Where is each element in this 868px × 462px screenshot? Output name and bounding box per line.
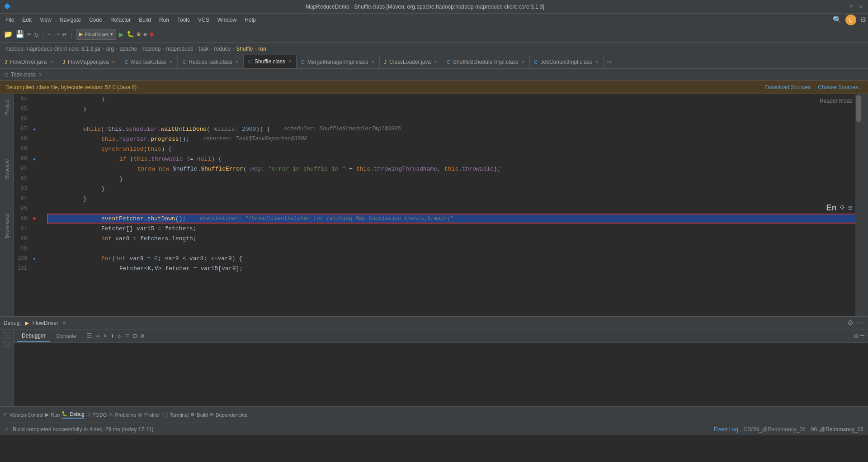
bottom-tab-build[interactable]: ⚙ Build [190,412,208,418]
menu-file[interactable]: File [2,16,18,24]
breadcrumb-org[interactable]: org [106,46,114,52]
breadcrumb-shuffle[interactable]: Shuffle [236,46,253,52]
minimize-button[interactable]: — [839,3,846,10]
run-config-selector[interactable]: ▶ FlowDriver ▾ [76,29,116,40]
back-button[interactable]: ← [48,30,52,38]
tab-close-flowmapper[interactable]: ✕ [112,59,115,64]
debug-step-into-icon[interactable]: ⬇ [103,332,107,340]
tab-jobcontext-class[interactable]: C JobContextImpl.class ✕ [530,55,604,68]
debug-sidebar-icon-1[interactable]: ⬛ [3,331,10,339]
debug-sidebar-icon-2[interactable]: ⬛ [3,341,10,348]
vertical-scrollbar[interactable] [855,94,862,316]
debug-step-out-icon[interactable]: ⬆ [111,332,114,340]
menu-build[interactable]: Build [135,16,155,24]
breadcrumb-task[interactable]: task [199,46,209,52]
menu-window[interactable]: Window [214,16,241,24]
tab-close-shuffle[interactable]: ✕ [288,59,292,64]
line-99-num: 99 [14,243,45,253]
tab-close-flowdriver[interactable]: ✕ [50,59,53,64]
breadcrumb-hadoop[interactable]: hadoop [143,46,161,52]
open-icon[interactable]: 📁 [4,30,13,39]
profile-button[interactable]: ◈ [143,30,147,38]
tab-shufflescheduler-class[interactable]: C ShuffleSchedulerImpl.class ✕ [442,55,529,68]
tab-close-shufflescheduler[interactable]: ✕ [521,59,525,64]
debug-session-close[interactable]: ✕ [62,320,66,326]
scrollbar-thumb[interactable] [856,95,861,122]
debug-restore-icon[interactable]: ⊟ [133,332,137,340]
more-tabs-button[interactable]: ⋯ [604,55,615,68]
breadcrumb-apache[interactable]: apache [119,46,137,52]
coverage-button[interactable]: ⊕ [137,30,141,38]
tab-flowmapper-java[interactable]: J FlowMapper.java ✕ [58,55,120,68]
bottom-tab-todo[interactable]: ☑ TODO [86,412,107,418]
debug-panel-hide[interactable]: — [860,332,864,341]
debug-run-button[interactable]: 🐛 [127,30,134,38]
stop-button[interactable]: ■ [150,31,153,38]
bottom-tab-vc[interactable]: ⊏ Version Control [4,412,43,418]
debug-panel-settings[interactable]: ⚙ [854,332,859,341]
bookmarks-label[interactable]: Bookmarks [3,210,10,242]
tab-debugger[interactable]: Debugger [17,331,50,342]
debug-settings-icon[interactable]: ⚙ [847,319,854,327]
menu-view[interactable]: View [36,16,55,24]
bottom-tab-terminal[interactable]: ⬛ Terminal [162,412,189,418]
line-95-num: 95 [14,204,45,214]
bottom-tab-problems[interactable]: ⚠ Problems [108,412,136,418]
tab-classloader-java[interactable]: J ClassLoader.java ✕ [380,55,443,68]
menu-refactor[interactable]: Refactor [107,16,134,24]
debug-evaluate-icon[interactable]: ≡ [126,333,129,340]
tab-close-mergemanager[interactable]: ✕ [371,59,375,64]
structure-label[interactable]: Structure [3,155,10,183]
tab-mergemanager-class[interactable]: C MergeManagerImpl.class ✕ [297,55,380,68]
tab-flowdriver-java[interactable]: J FlowDriver.java ✕ [0,55,58,68]
tab-close-jobcontext[interactable]: ✕ [595,59,599,64]
tab-reducetask-class[interactable]: C ReduceTask.class ✕ [178,55,244,68]
tab-close-classloader[interactable]: ✕ [434,59,437,64]
download-sources-link[interactable]: Download Sources [765,84,811,90]
breadcrumb-mapreduce[interactable]: mapreduce [166,46,193,52]
tab-maptask-class[interactable]: C MapTask.class ✕ [120,55,178,68]
bottom-tab-debug[interactable]: 🐛 Debug [61,411,84,419]
menu-vcs[interactable]: VCS [194,16,213,24]
bottom-tab-profiler[interactable]: ◎ Profiler [138,412,160,418]
menu-edit[interactable]: Edit [19,16,35,24]
debug-step-over-icon[interactable]: ⇒ [96,332,99,340]
menu-code[interactable]: Code [85,16,106,24]
debug-mute-icon[interactable]: ⊘ [140,332,144,340]
debug-minimize-icon[interactable]: — [857,319,864,327]
choose-sources-link[interactable]: Choose Sources... [818,84,863,90]
line-84-num: 84 [14,94,45,104]
tab-shuffle-class[interactable]: C Shuffle.class ✕ [244,55,297,68]
cut-icon[interactable]: ✂ [27,30,32,39]
maximize-button[interactable]: ❐ [848,3,855,10]
title-bar-controls[interactable]: — ❐ ✕ [839,3,864,10]
bottom-tab-run[interactable]: ▶ Run [45,412,60,418]
debug-toolbar-icon-1[interactable]: ☰ [86,332,92,340]
tab-task-class[interactable]: C Task.class ✕ [0,69,47,80]
run-button[interactable]: ▶ [119,29,124,39]
tab-close-maptask[interactable]: ✕ [169,59,173,64]
breadcrumb-jar[interactable]: hadoop-mapreduce-client-core-3.1.3.jar [5,46,101,52]
forward-button[interactable]: → [55,30,60,38]
close-button[interactable]: ✕ [857,3,864,10]
breadcrumb-run[interactable]: run [258,46,266,52]
bottom-tab-dependencies[interactable]: ⊛ Dependencies [210,412,247,418]
tab-console[interactable]: Console [52,331,81,341]
reader-mode-label[interactable]: Reader Mode [820,98,853,104]
menu-tools[interactable]: Tools [174,16,193,24]
tab-close-reducetask[interactable]: ✕ [235,59,239,64]
menu-help[interactable]: Help [241,16,259,24]
settings-icon[interactable]: ⚙ [860,15,866,24]
event-log-link[interactable]: Event Log [714,426,738,433]
refresh-icon[interactable]: ↻ [34,30,39,39]
breadcrumb-reduce[interactable]: reduce [214,46,231,52]
menu-navigate[interactable]: Navigate [56,16,85,24]
tab-close-task[interactable]: ✕ [38,72,42,77]
undo-icon[interactable]: ↩ [62,30,67,39]
debug-run-cursor-icon[interactable]: ▷ [118,332,122,340]
save-icon[interactable]: 💾 [15,30,24,39]
menu-run[interactable]: Run [156,16,173,24]
project-label[interactable]: Project [3,96,10,119]
search-icon[interactable]: 🔍 [833,15,842,24]
bottom-toolbar: ⊏ Version Control ▶ Run 🐛 Debug ☑ TODO ⚠… [0,406,868,423]
